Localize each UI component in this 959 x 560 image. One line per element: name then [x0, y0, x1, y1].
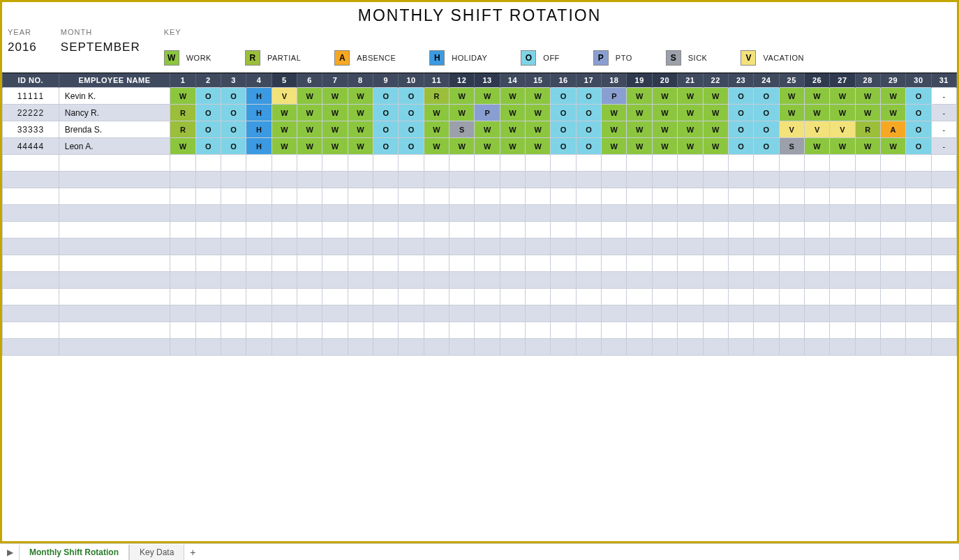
- cell-empty[interactable]: [272, 222, 297, 239]
- cell-empty[interactable]: [475, 172, 500, 188]
- cell-empty[interactable]: [195, 339, 221, 356]
- cell-empty[interactable]: [627, 239, 652, 255]
- cell-empty[interactable]: [931, 188, 956, 205]
- cell-empty[interactable]: [221, 188, 246, 205]
- cell-empty[interactable]: [170, 339, 195, 356]
- cell-empty[interactable]: [322, 205, 348, 222]
- cell-empty[interactable]: [855, 339, 880, 356]
- cell-empty[interactable]: [526, 322, 551, 339]
- cell-empty[interactable]: [678, 289, 703, 305]
- shift-cell[interactable]: H: [246, 105, 272, 121]
- cell-empty[interactable]: [424, 172, 449, 188]
- cell-empty[interactable]: [246, 188, 272, 205]
- cell-empty[interactable]: [59, 222, 170, 239]
- cell-empty[interactable]: [297, 172, 322, 188]
- cell-empty[interactable]: [59, 272, 170, 289]
- shift-cell[interactable]: W: [627, 88, 652, 105]
- cell-empty[interactable]: [348, 222, 373, 239]
- cell-empty[interactable]: [576, 339, 601, 356]
- cell-empty[interactable]: [678, 322, 703, 339]
- cell-empty[interactable]: [297, 305, 322, 322]
- shift-cell[interactable]: O: [906, 138, 931, 155]
- shift-cell[interactable]: O: [551, 105, 576, 121]
- cell-empty[interactable]: [195, 188, 221, 205]
- cell-empty[interactable]: [297, 339, 322, 356]
- cell-empty[interactable]: [246, 172, 272, 188]
- cell-empty[interactable]: [880, 222, 905, 239]
- cell-empty[interactable]: [475, 289, 500, 305]
- cell-empty[interactable]: [551, 305, 576, 322]
- cell-empty[interactable]: [449, 305, 475, 322]
- cell-empty[interactable]: [855, 222, 880, 239]
- cell-empty[interactable]: [754, 239, 779, 255]
- cell-empty[interactable]: [449, 339, 475, 356]
- cell-empty[interactable]: [424, 205, 449, 222]
- cell-empty[interactable]: [348, 172, 373, 188]
- shift-cell[interactable]: W: [678, 121, 703, 138]
- cell-empty[interactable]: [297, 255, 322, 272]
- shift-cell[interactable]: W: [703, 138, 728, 155]
- cell-empty[interactable]: [322, 339, 348, 356]
- cell-empty[interactable]: [602, 322, 627, 339]
- cell-empty[interactable]: [475, 205, 500, 222]
- cell-empty[interactable]: [297, 155, 322, 172]
- cell-empty[interactable]: [652, 289, 677, 305]
- cell-empty[interactable]: [348, 205, 373, 222]
- shift-cell[interactable]: W: [880, 138, 905, 155]
- cell-empty[interactable]: [3, 239, 59, 255]
- cell-empty[interactable]: [373, 255, 399, 272]
- shift-cell[interactable]: P: [602, 88, 627, 105]
- cell-empty[interactable]: [221, 272, 246, 289]
- shift-cell[interactable]: W: [678, 138, 703, 155]
- cell-empty[interactable]: [170, 188, 195, 205]
- shift-cell[interactable]: S: [779, 138, 804, 155]
- cell-empty[interactable]: [627, 339, 652, 356]
- cell-empty[interactable]: [880, 289, 905, 305]
- shift-cell[interactable]: O: [195, 138, 221, 155]
- cell-empty[interactable]: [703, 255, 728, 272]
- cell-empty[interactable]: [424, 222, 449, 239]
- cell-empty[interactable]: [272, 272, 297, 289]
- cell-empty[interactable]: [652, 205, 677, 222]
- cell-empty[interactable]: [348, 188, 373, 205]
- shift-cell[interactable]: V: [779, 121, 804, 138]
- cell-empty[interactable]: [754, 289, 779, 305]
- cell-empty[interactable]: [830, 322, 855, 339]
- cell-empty[interactable]: [59, 239, 170, 255]
- shift-cell[interactable]: A: [880, 121, 905, 138]
- cell-empty[interactable]: [246, 255, 272, 272]
- shift-cell[interactable]: W: [348, 138, 373, 155]
- shift-cell[interactable]: W: [804, 88, 829, 105]
- cell-empty[interactable]: [526, 305, 551, 322]
- cell-empty[interactable]: [754, 155, 779, 172]
- cell-empty[interactable]: [678, 188, 703, 205]
- cell-empty[interactable]: [399, 188, 424, 205]
- shift-cell[interactable]: W: [703, 121, 728, 138]
- shift-cell[interactable]: O: [754, 105, 779, 121]
- cell-empty[interactable]: [906, 255, 931, 272]
- shift-cell[interactable]: O: [906, 88, 931, 105]
- cell-empty[interactable]: [399, 272, 424, 289]
- shift-cell[interactable]: W: [170, 88, 195, 105]
- cell-empty[interactable]: [602, 222, 627, 239]
- shift-cell[interactable]: O: [221, 121, 246, 138]
- shift-cell[interactable]: R: [855, 121, 880, 138]
- cell-empty[interactable]: [754, 205, 779, 222]
- cell-empty[interactable]: [804, 255, 829, 272]
- cell-empty[interactable]: [373, 272, 399, 289]
- shift-cell[interactable]: W: [272, 121, 297, 138]
- shift-cell[interactable]: W: [602, 105, 627, 121]
- cell-empty[interactable]: [703, 272, 728, 289]
- cell-empty[interactable]: [221, 289, 246, 305]
- shift-cell[interactable]: V: [830, 121, 855, 138]
- cell-empty[interactable]: [551, 172, 576, 188]
- cell-empty[interactable]: [602, 272, 627, 289]
- shift-cell[interactable]: O: [728, 88, 753, 105]
- cell-empty[interactable]: [855, 255, 880, 272]
- shift-cell[interactable]: W: [500, 121, 525, 138]
- cell-empty[interactable]: [373, 172, 399, 188]
- cell-empty[interactable]: [3, 339, 59, 356]
- cell-empty[interactable]: [602, 339, 627, 356]
- cell-empty[interactable]: [526, 339, 551, 356]
- shift-cell[interactable]: S: [449, 121, 475, 138]
